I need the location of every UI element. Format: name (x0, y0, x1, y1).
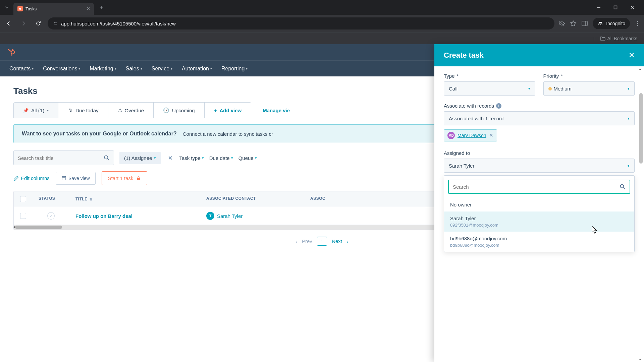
dropdown-search[interactable] (448, 180, 630, 194)
search-task-input[interactable] (13, 150, 114, 165)
scroll-down-arrow[interactable]: ▾ (639, 358, 641, 361)
tab-due-today[interactable]: 🗓 Due today (58, 103, 108, 118)
assigned-to-dropdown: No owner Sarah Tyler 892f3501@moodjoy.co… (444, 175, 635, 252)
panel-title: Create task (444, 51, 484, 60)
tab-search-dropdown[interactable] (0, 0, 13, 15)
svg-rect-28 (63, 176, 65, 178)
tab-overdue[interactable]: ⚠ Overdue (108, 103, 154, 118)
svg-point-14 (11, 51, 14, 54)
clear-assignee-filter[interactable]: ✕ (167, 154, 174, 163)
svg-rect-7 (582, 21, 587, 26)
svg-point-6 (56, 24, 57, 25)
option-sarah-tyler[interactable]: Sarah Tyler 892f3501@moodjoy.com (444, 212, 634, 232)
hide-extension-icon[interactable] (558, 20, 565, 27)
pencil-icon (13, 176, 19, 181)
maximize-button[interactable] (610, 2, 621, 12)
all-bookmarks-link[interactable]: All Bookmarks (600, 36, 637, 41)
scrollbar-thumb[interactable] (639, 93, 643, 164)
clock-icon: 🕓 (163, 107, 169, 113)
add-view-button[interactable]: + Add view (205, 103, 251, 118)
url-input[interactable]: app.hubspot.com/tasks/45105500/view/all/… (48, 17, 554, 29)
close-panel-button[interactable]: ✕ (629, 51, 635, 60)
filter-assignee[interactable]: (1) Assignee ▾ (119, 152, 161, 164)
col-status[interactable]: STATUS (33, 191, 69, 207)
address-bar: app.hubspot.com/tasks/45105500/view/all/… (0, 15, 644, 32)
type-select[interactable]: Call ▾ (444, 81, 535, 96)
assigned-to-select[interactable]: Sarah Tyler ▾ (444, 159, 635, 173)
remove-record-button[interactable]: ✕ (489, 132, 493, 138)
svg-line-16 (9, 50, 12, 52)
chevron-left-icon[interactable]: ‹ (296, 238, 297, 244)
svg-point-21 (105, 156, 108, 159)
filter-task-type[interactable]: Task type▾ (179, 155, 204, 161)
panel-body: Type * Call ▾ Priority * Medium ▾ Associ… (434, 66, 644, 362)
nav-conversations[interactable]: Conversations▾ (43, 66, 80, 72)
scrollbar-thumb[interactable] (15, 226, 62, 229)
hubspot-logo[interactable] (7, 48, 16, 57)
prev-page[interactable]: Prev (302, 238, 312, 244)
save-view-button[interactable]: Save view (56, 172, 96, 185)
task-title-link[interactable]: Follow up on Barry deal (69, 208, 200, 224)
start-task-button[interactable]: Start 1 task (102, 171, 147, 185)
nav-contacts[interactable]: Contacts▾ (9, 66, 34, 72)
nav-automation[interactable]: Automation▾ (182, 66, 212, 72)
incognito-label: Incognito (606, 21, 625, 26)
associate-select[interactable]: Associated with 1 record ▾ (444, 111, 635, 125)
back-button[interactable] (3, 18, 14, 29)
chevron-down-icon: ▾ (32, 67, 34, 70)
nav-service[interactable]: Service▾ (152, 66, 172, 72)
search-icon (104, 155, 110, 161)
panel-header: Create task ✕ (434, 44, 644, 66)
col-title[interactable]: TITLE⇅ (69, 191, 200, 207)
new-tab-button[interactable]: + (97, 2, 107, 12)
tab-upcoming[interactable]: 🕓 Upcoming (154, 103, 205, 118)
svg-point-0 (19, 8, 21, 10)
info-icon[interactable]: i (496, 103, 501, 109)
tab-all[interactable]: 📌 All (1) ▾ (14, 103, 58, 118)
dropdown-search-input[interactable] (453, 184, 617, 190)
task-status-toggle[interactable]: ✓ (47, 212, 55, 220)
warning-icon: ⚠ (118, 107, 122, 113)
option-bd9b688c[interactable]: bd9b688c@moodjoy.com bd9b688c@moodjoy.co… (444, 232, 634, 252)
reload-button[interactable] (33, 18, 44, 29)
priority-select[interactable]: Medium ▾ (543, 81, 635, 96)
bookmark-star-icon[interactable] (570, 20, 577, 27)
panel-scrollbar[interactable]: ▴ ▾ (639, 66, 643, 362)
forward-button[interactable] (18, 18, 29, 29)
browser-menu-icon[interactable] (635, 20, 641, 26)
row-checkbox[interactable] (20, 213, 26, 219)
chevron-down-icon: ▾ (171, 67, 172, 70)
nav-marketing[interactable]: Marketing▾ (90, 66, 116, 72)
chevron-right-icon[interactable]: › (347, 238, 348, 244)
svg-point-30 (621, 185, 624, 188)
url-text: app.hubspot.com/tasks/45105500/view/all/… (61, 21, 176, 26)
bookmarks-bar: | All Bookmarks (0, 32, 644, 44)
edit-columns-link[interactable]: Edit columns (13, 175, 50, 181)
filter-due-date[interactable]: Due date▾ (209, 155, 233, 161)
option-no-owner[interactable]: No owner (444, 198, 634, 212)
manage-views-link[interactable]: Manage vie (259, 103, 293, 118)
filter-queue[interactable]: Queue▾ (238, 155, 257, 161)
svg-line-22 (108, 159, 109, 161)
col-contact[interactable]: ASSOCIATED CONTACT (200, 191, 304, 207)
scroll-up-arrow[interactable]: ▴ (639, 67, 641, 70)
search-task-field[interactable] (18, 155, 100, 161)
close-window-button[interactable] (627, 2, 637, 12)
banner-body: Connect a new calendar to sync tasks cr (183, 131, 273, 137)
nav-sales[interactable]: Sales▾ (126, 66, 142, 72)
contact-name: Sarah Tyler (217, 213, 243, 219)
search-icon (620, 184, 626, 190)
active-tab[interactable]: Tasks × (13, 3, 94, 15)
side-panel-icon[interactable] (581, 20, 588, 27)
next-page[interactable]: Next (332, 238, 342, 244)
current-page: 1 (317, 237, 327, 246)
close-tab-icon[interactable]: × (87, 6, 90, 12)
chevron-down-icon: ▾ (628, 86, 630, 91)
record-name-link[interactable]: Mary Dawson (458, 133, 486, 138)
task-contact[interactable]: T Sarah Tyler (200, 207, 304, 225)
minimize-button[interactable] (594, 2, 604, 12)
chevron-down-icon: ▾ (154, 156, 156, 160)
select-all-checkbox[interactable] (20, 196, 26, 202)
incognito-badge[interactable]: Incognito (593, 18, 630, 29)
nav-reporting[interactable]: Reporting▾ (221, 66, 248, 72)
